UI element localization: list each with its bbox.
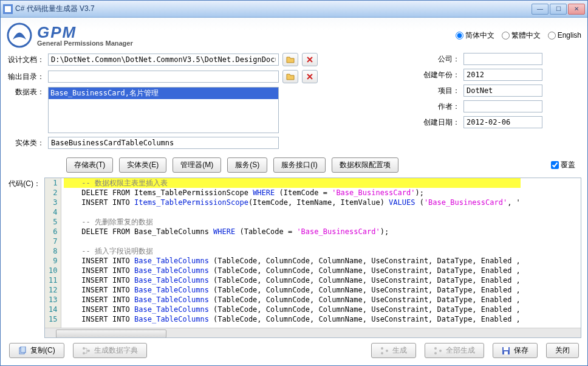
label-output-dir: 输出目录：	[7, 72, 44, 82]
browse-design-button[interactable]	[282, 53, 298, 66]
overwrite-checkbox[interactable]	[551, 161, 559, 169]
browse-output-button[interactable]	[282, 70, 298, 83]
generate-button[interactable]: 生成	[371, 343, 416, 358]
tab-store[interactable]: 存储表(T)	[66, 157, 113, 173]
lang-traditional[interactable]: 繁體中文	[502, 30, 541, 41]
clear-design-button[interactable]	[302, 53, 318, 66]
svg-rect-1	[5, 6, 11, 12]
titlebar[interactable]: C# 代码批量生成器 V3.7 — ☐ ✕	[1, 1, 587, 18]
logo: GPM General Permissions Manager	[7, 22, 133, 48]
svg-rect-15	[504, 347, 508, 350]
lang-english[interactable]: English	[548, 31, 581, 40]
label-create-year: 创建年份：	[423, 70, 460, 80]
lang-simplified[interactable]: 简体中文	[456, 30, 494, 41]
svg-point-11	[434, 347, 437, 350]
logo-icon	[7, 22, 32, 48]
horizontal-scrollbar[interactable]	[45, 328, 581, 337]
svg-point-10	[386, 350, 388, 352]
label-code: 代码(C)：	[7, 178, 44, 338]
company-input[interactable]	[463, 53, 542, 65]
minimize-button[interactable]: —	[532, 4, 549, 15]
save-button[interactable]: 保存	[493, 343, 538, 358]
author-input[interactable]	[463, 100, 542, 112]
folder-icon	[286, 55, 295, 64]
line-gutter: 123456789101112131415	[45, 178, 61, 328]
svg-point-12	[434, 352, 437, 354]
tree-icon	[434, 347, 442, 355]
app-icon	[3, 4, 13, 14]
tab-iservice[interactable]: 服务接口(I)	[273, 157, 325, 173]
selected-table[interactable]: Base_BusinessCard,名片管理	[49, 88, 278, 99]
label-design-doc: 设计文档：	[7, 55, 44, 65]
label-project: 项目：	[423, 86, 460, 96]
label-data-table: 数据表：	[7, 87, 44, 97]
svg-point-9	[381, 352, 383, 354]
x-icon	[306, 72, 314, 81]
window-title: C# 代码批量生成器 V3.7	[15, 4, 532, 14]
entity-class-input[interactable]	[48, 137, 279, 149]
svg-point-8	[381, 347, 383, 350]
logo-main: GPM	[37, 24, 133, 40]
svg-rect-16	[504, 351, 508, 354]
floppy-icon	[502, 347, 510, 355]
svg-point-6	[83, 352, 85, 354]
create-year-input[interactable]	[463, 69, 542, 81]
app-window: C# 代码批量生成器 V3.7 — ☐ ✕ GPM General Permis…	[0, 0, 588, 366]
copy-icon	[18, 347, 27, 355]
generate-all-button[interactable]: 全部生成	[425, 343, 484, 358]
label-author: 作者：	[423, 102, 460, 112]
project-input[interactable]	[463, 85, 542, 97]
svg-rect-4	[21, 347, 26, 353]
folder-icon	[286, 72, 295, 81]
table-listbox[interactable]: Base_BusinessCard,名片管理	[48, 87, 279, 133]
tab-perm[interactable]: 数据权限配置项	[332, 157, 398, 173]
tree-icon	[380, 347, 389, 355]
logo-sub: General Permissions Manager	[37, 40, 133, 47]
close-button-footer[interactable]: 关闭	[546, 343, 579, 358]
tree-icon	[82, 347, 91, 355]
code-lines[interactable]: -- 数据权限主表里插入表 DELETE FROM Items_TablePer…	[61, 178, 522, 328]
tab-service[interactable]: 服务(S)	[227, 157, 267, 173]
code-editor[interactable]: 123456789101112131415 -- 数据权限主表里插入表 DELE…	[44, 178, 581, 338]
maximize-button[interactable]: ☐	[550, 4, 567, 15]
label-create-date: 创建日期：	[423, 117, 460, 128]
clear-output-button[interactable]	[302, 70, 318, 83]
svg-point-13	[439, 350, 442, 352]
label-entity-class: 实体类：	[7, 138, 44, 148]
svg-point-5	[83, 347, 85, 350]
copy-button[interactable]: 复制(C)	[9, 343, 64, 358]
tab-entity[interactable]: 实体类(E)	[119, 157, 166, 173]
label-company: 公司：	[423, 54, 460, 64]
create-date-input[interactable]	[463, 116, 542, 128]
language-selector: 简体中文 繁體中文 English	[456, 30, 581, 41]
overwrite-checkbox-label[interactable]: 覆盖	[551, 160, 575, 170]
design-doc-input[interactable]	[48, 54, 279, 66]
gen-dict-button[interactable]: 生成数据字典	[73, 343, 147, 358]
tab-manager[interactable]: 管理器(M)	[173, 157, 221, 173]
output-dir-input[interactable]	[48, 71, 279, 83]
x-icon	[306, 55, 314, 64]
close-button[interactable]: ✕	[568, 4, 585, 15]
